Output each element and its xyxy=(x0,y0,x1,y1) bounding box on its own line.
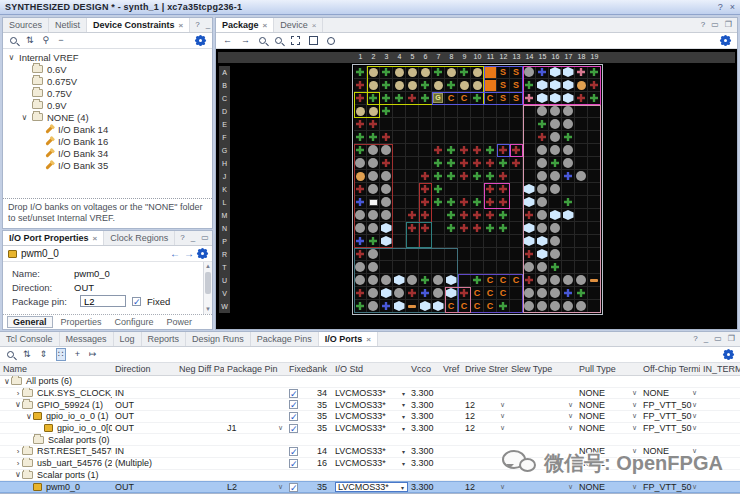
pin-W3[interactable] xyxy=(380,300,393,313)
dropdown-icon[interactable]: ∨ xyxy=(568,401,576,409)
pin-V1[interactable] xyxy=(354,287,367,300)
pin-M18[interactable] xyxy=(575,209,588,222)
tree-item-0-9v[interactable]: 0.9V xyxy=(3,99,212,111)
pin-W5[interactable] xyxy=(406,300,419,313)
pin-N17[interactable] xyxy=(562,222,575,235)
pin-K9[interactable] xyxy=(458,183,471,196)
io-std-cell[interactable]: LVCMOS33*▾ xyxy=(332,482,408,492)
pin-A2[interactable] xyxy=(367,66,380,79)
pin-R15[interactable] xyxy=(536,248,549,261)
pin-T11[interactable] xyxy=(484,261,497,274)
fixed-checkbox[interactable]: ✓ xyxy=(289,447,298,456)
pin-M19[interactable] xyxy=(588,209,601,222)
scrollbar-vertical[interactable]: ▲ ▼ xyxy=(203,262,212,314)
pin-B3[interactable] xyxy=(380,79,393,92)
pin-J4[interactable] xyxy=(393,170,406,183)
pin-F11[interactable] xyxy=(484,131,497,144)
pin-C10[interactable] xyxy=(471,92,484,105)
pin-V9[interactable] xyxy=(458,287,471,300)
pin-L2[interactable] xyxy=(367,196,380,209)
pin-P18[interactable] xyxy=(575,235,588,248)
pin-V13[interactable] xyxy=(510,287,523,300)
pin-icon[interactable]: ⚲ xyxy=(43,36,50,45)
pin-G12[interactable] xyxy=(497,144,510,157)
pin-P17[interactable] xyxy=(562,235,575,248)
pin-K19[interactable] xyxy=(588,183,601,196)
tab-device-constraints[interactable]: Device Constraints × xyxy=(87,18,190,32)
pin-W15[interactable] xyxy=(536,300,549,313)
pin-J17[interactable] xyxy=(562,170,575,183)
pin-W14[interactable] xyxy=(523,300,536,313)
pin-D17[interactable] xyxy=(562,105,575,118)
pin-J19[interactable] xyxy=(588,170,601,183)
pin-N16[interactable] xyxy=(549,222,562,235)
pin-N3[interactable] xyxy=(380,222,393,235)
pin-G14[interactable] xyxy=(523,144,536,157)
pin-J7[interactable] xyxy=(432,170,445,183)
pin-T3[interactable] xyxy=(380,261,393,274)
fixed-checkbox[interactable]: ✓ xyxy=(289,412,298,421)
pin-P5[interactable] xyxy=(406,235,419,248)
pin-T7[interactable] xyxy=(432,261,445,274)
pin-P10[interactable] xyxy=(471,235,484,248)
pin-F5[interactable] xyxy=(406,131,419,144)
pin-A11[interactable] xyxy=(484,66,497,79)
pin-E17[interactable] xyxy=(562,118,575,131)
dropdown-icon[interactable]: ∨ xyxy=(632,424,640,432)
pin-N12[interactable] xyxy=(497,222,510,235)
column-header-off-chip-termination[interactable]: Off-Chip Termination xyxy=(640,363,700,375)
column-header-fixed[interactable]: Fixed xyxy=(286,363,310,375)
pin-N15[interactable] xyxy=(536,222,549,235)
dropdown-icon[interactable]: ∨ xyxy=(278,483,286,491)
pin-R1[interactable] xyxy=(354,248,367,261)
pin-F3[interactable] xyxy=(380,131,393,144)
off-chip-termination-cell[interactable]: FP_VTT_50∨ xyxy=(640,423,700,434)
scroll-up-icon[interactable]: ▲ xyxy=(204,262,212,271)
pin-A8[interactable] xyxy=(445,66,458,79)
pin-C6[interactable] xyxy=(419,92,432,105)
fixed-checkbox[interactable]: ✓ xyxy=(289,483,298,492)
pin-U9[interactable] xyxy=(458,274,471,287)
pin-K4[interactable] xyxy=(393,183,406,196)
pin-J14[interactable] xyxy=(523,170,536,183)
pin-L19[interactable] xyxy=(588,196,601,209)
slew-type-cell[interactable]: ∨ xyxy=(508,399,576,410)
add-ports-icon[interactable]: + xyxy=(75,350,80,359)
pin-B4[interactable] xyxy=(393,79,406,92)
pin-E10[interactable] xyxy=(471,118,484,131)
column-header-name[interactable]: Name xyxy=(0,363,112,375)
pin-T13[interactable] xyxy=(510,261,523,274)
pin-P13[interactable] xyxy=(510,235,523,248)
pin-W12[interactable] xyxy=(497,300,510,313)
group-by-icon[interactable]: ∷ xyxy=(56,348,66,361)
port-row-all-ports-6-[interactable]: ∨All ports (6) xyxy=(0,376,740,388)
pin-J6[interactable] xyxy=(419,170,432,183)
close-tab-icon[interactable]: × xyxy=(93,234,98,243)
pin-P7[interactable] xyxy=(432,235,445,248)
pin-V7[interactable] xyxy=(432,287,445,300)
off-chip-termination-cell[interactable]: NONE∨ xyxy=(640,388,700,399)
pin-E15[interactable] xyxy=(536,118,549,131)
pin-M3[interactable] xyxy=(380,209,393,222)
close-tab-icon[interactable]: × xyxy=(263,21,268,30)
pin-T15[interactable] xyxy=(536,261,549,274)
pin-A16[interactable] xyxy=(549,66,562,79)
pin-G17[interactable] xyxy=(562,144,575,157)
pin-V8[interactable] xyxy=(445,287,458,300)
pin-V11[interactable]: C xyxy=(484,287,497,300)
pin-H5[interactable] xyxy=(406,157,419,170)
pin-D9[interactable] xyxy=(458,105,471,118)
column-header-in-term[interactable]: IN_TERM xyxy=(700,363,740,375)
collapse-all-icon[interactable]: ⇅ xyxy=(26,36,34,45)
pin-L16[interactable] xyxy=(549,196,562,209)
pin-F18[interactable] xyxy=(575,131,588,144)
search-icon[interactable] xyxy=(10,37,17,44)
tree-item-0-75v[interactable]: 0.75V xyxy=(3,87,212,99)
pin-R3[interactable] xyxy=(380,248,393,261)
pin-K3[interactable] xyxy=(380,183,393,196)
tab-sources[interactable]: Sources xyxy=(3,18,49,32)
pin-U7[interactable] xyxy=(432,274,445,287)
fixed-checkbox[interactable]: ✓ xyxy=(289,400,298,409)
pin-M8[interactable] xyxy=(445,209,458,222)
pin-B1[interactable] xyxy=(354,79,367,92)
